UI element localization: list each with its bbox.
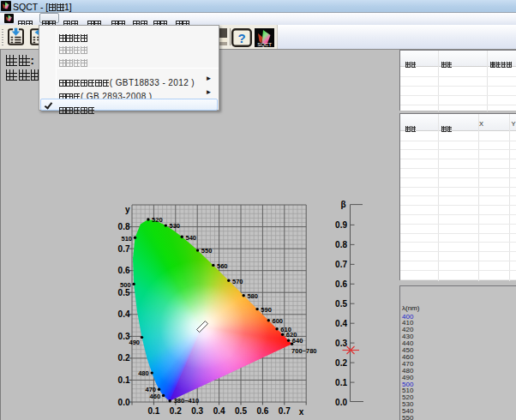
svg-text:0.2: 0.2 [335,358,347,368]
svg-text:0.2: 0.2 [118,353,130,363]
svg-text:0.3: 0.3 [118,332,130,341]
svg-text:0.9: 0.9 [335,220,347,230]
svg-text:520: 520 [152,216,163,224]
svg-text:0.0: 0.0 [335,398,347,407]
svg-text:0.6: 0.6 [256,406,268,416]
svg-text:0.7: 0.7 [335,260,347,269]
svg-text:0.4: 0.4 [213,406,225,416]
svg-text:0.5: 0.5 [335,299,347,309]
svg-text:460: 460 [150,393,161,400]
svg-text:0.1: 0.1 [335,378,347,387]
svg-text:0.2: 0.2 [170,406,182,416]
svg-text:560: 560 [217,262,228,270]
svg-text:480: 480 [138,369,149,377]
svg-text:0.6: 0.6 [335,279,347,289]
svg-text:0.3: 0.3 [335,339,347,348]
svg-text:570: 570 [232,278,243,285]
svg-text:600: 600 [273,317,284,325]
svg-text:y: y [125,205,130,214]
svg-text:0.1: 0.1 [147,406,159,416]
svg-text:0.5: 0.5 [235,406,247,416]
svg-text:0.8: 0.8 [335,240,347,249]
svg-text:640: 640 [292,337,303,345]
svg-text:700~780: 700~780 [291,347,316,355]
svg-text:0.6: 0.6 [118,266,130,275]
svg-text:510: 510 [121,235,132,243]
svg-text:0.7: 0.7 [279,406,291,416]
svg-text:x: x [299,407,304,417]
svg-text:550: 550 [201,247,213,255]
svg-text:380~410: 380~410 [174,397,199,405]
svg-text:580: 580 [247,292,258,300]
svg-text:0.0: 0.0 [118,398,130,407]
svg-text:0.3: 0.3 [191,406,203,416]
svg-text:β: β [340,200,345,209]
svg-text:540: 540 [186,234,197,242]
svg-text:0.7: 0.7 [118,244,130,254]
svg-text:0.4: 0.4 [118,309,130,319]
svg-text:0.8: 0.8 [118,222,130,231]
svg-text:0.5: 0.5 [118,288,130,297]
svg-text:490: 490 [129,339,140,346]
svg-text:530: 530 [170,222,181,230]
svg-text:590: 590 [261,306,272,314]
svg-text:0.4: 0.4 [335,319,347,328]
svg-text:0.1: 0.1 [118,375,130,385]
